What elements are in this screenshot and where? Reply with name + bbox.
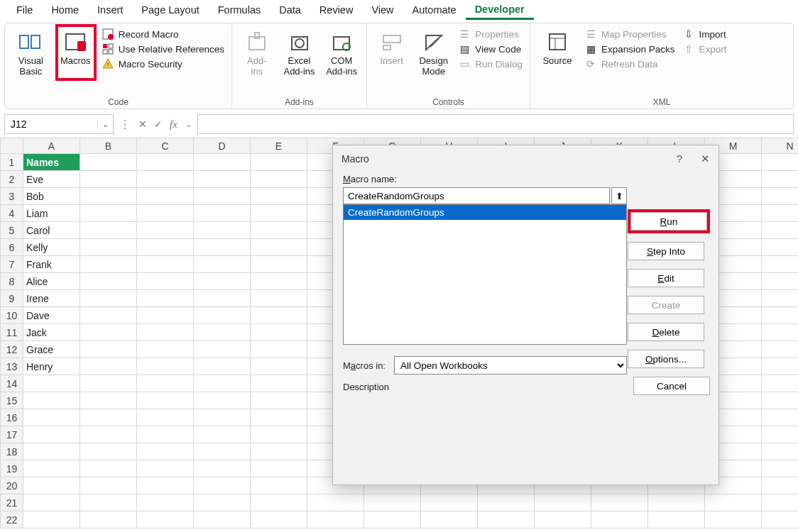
cell-C14[interactable] — [137, 375, 194, 392]
cell-I22[interactable] — [478, 511, 535, 528]
cell-D22[interactable] — [194, 511, 251, 528]
cell-D17[interactable] — [194, 426, 251, 443]
cell-A3[interactable]: Bob — [23, 188, 80, 205]
row-header-6[interactable]: 6 — [1, 239, 23, 256]
cell-B19[interactable] — [80, 460, 137, 477]
cell-G22[interactable] — [364, 511, 421, 528]
row-header-1[interactable]: 1 — [1, 154, 23, 171]
cell-L21[interactable] — [648, 494, 705, 511]
source-button[interactable]: Source — [537, 26, 577, 67]
cell-C22[interactable] — [137, 511, 194, 528]
cell-A22[interactable] — [23, 511, 80, 528]
cell-D4[interactable] — [194, 205, 251, 222]
edit-button[interactable]: Edit — [628, 269, 704, 287]
cell-N12[interactable] — [762, 341, 799, 358]
row-header-3[interactable]: 3 — [1, 188, 23, 205]
cell-N14[interactable] — [762, 375, 799, 392]
row-header-21[interactable]: 21 — [1, 494, 23, 511]
cell-D10[interactable] — [194, 307, 251, 324]
view-code-button[interactable]: ▤View Code — [458, 43, 523, 55]
menu-tab-file[interactable]: File — [7, 1, 42, 18]
cell-D12[interactable] — [194, 341, 251, 358]
cell-N20[interactable] — [762, 477, 799, 494]
cell-C4[interactable] — [137, 205, 194, 222]
cell-B15[interactable] — [80, 392, 137, 409]
cell-A18[interactable] — [23, 443, 80, 460]
cell-E20[interactable] — [251, 477, 307, 494]
cell-A11[interactable]: Jack — [23, 324, 80, 341]
cell-E11[interactable] — [251, 324, 307, 341]
visual-basic-button[interactable]: Visual Basic — [12, 26, 50, 77]
cell-N9[interactable] — [762, 290, 799, 307]
cell-D8[interactable] — [194, 273, 251, 290]
cell-A5[interactable]: Carol — [23, 222, 80, 239]
cell-C18[interactable] — [137, 443, 194, 460]
cell-C13[interactable] — [137, 358, 194, 375]
cell-A21[interactable] — [23, 494, 80, 511]
cell-C5[interactable] — [137, 222, 194, 239]
menu-tab-home[interactable]: Home — [42, 1, 88, 18]
cell-C2[interactable] — [137, 171, 194, 188]
row-header-10[interactable]: 10 — [1, 307, 23, 324]
cell-C7[interactable] — [137, 256, 194, 273]
cell-D1[interactable] — [194, 154, 251, 171]
cell-E19[interactable] — [251, 460, 307, 477]
cell-N13[interactable] — [762, 358, 799, 375]
row-header-8[interactable]: 8 — [1, 273, 23, 290]
cell-F22[interactable] — [307, 511, 364, 528]
cell-K22[interactable] — [591, 511, 648, 528]
cell-D14[interactable] — [194, 375, 251, 392]
import-button[interactable]: ⇩Import — [682, 28, 727, 40]
cell-C21[interactable] — [137, 494, 194, 511]
cell-N11[interactable] — [762, 324, 799, 341]
col-header-E[interactable]: E — [251, 138, 307, 154]
cell-D2[interactable] — [194, 171, 251, 188]
col-header-D[interactable]: D — [194, 138, 251, 154]
dialog-titlebar[interactable]: Macro ? ✕ — [333, 145, 718, 172]
cell-B20[interactable] — [80, 477, 137, 494]
cell-C11[interactable] — [137, 324, 194, 341]
row-header-17[interactable]: 17 — [1, 426, 23, 443]
cell-N15[interactable] — [762, 392, 799, 409]
cell-A19[interactable] — [23, 460, 80, 477]
cell-C17[interactable] — [137, 426, 194, 443]
cell-B6[interactable] — [80, 239, 137, 256]
row-header-9[interactable]: 9 — [1, 290, 23, 307]
cell-E17[interactable] — [251, 426, 307, 443]
cancel-formula-icon[interactable]: ✕ — [136, 118, 149, 130]
cell-C9[interactable] — [137, 290, 194, 307]
col-header-N[interactable]: N — [762, 138, 799, 154]
cell-L22[interactable] — [648, 511, 705, 528]
macro-security-button[interactable]: ! Macro Security — [102, 57, 224, 70]
cell-C15[interactable] — [137, 392, 194, 409]
cell-N8[interactable] — [762, 273, 799, 290]
cell-E9[interactable] — [251, 290, 307, 307]
name-box-dropdown[interactable]: ⌄ — [97, 120, 113, 129]
row-header-4[interactable]: 4 — [1, 205, 23, 222]
menu-tab-data[interactable]: Data — [270, 1, 310, 18]
record-macro-button[interactable]: Record Macro — [102, 28, 224, 40]
menu-tab-developer[interactable]: Developer — [466, 1, 534, 20]
export-button[interactable]: ⇧Export — [682, 43, 727, 55]
cell-A6[interactable]: Kelly — [23, 239, 80, 256]
cell-B18[interactable] — [80, 443, 137, 460]
cell-B7[interactable] — [80, 256, 137, 273]
insert-control-button[interactable]: Insert — [374, 26, 409, 67]
cell-A12[interactable]: Grace — [23, 341, 80, 358]
macro-list[interactable]: CreateRandomGroups — [343, 204, 627, 345]
cell-B11[interactable] — [80, 324, 137, 341]
cell-B12[interactable] — [80, 341, 137, 358]
range-picker-icon[interactable]: ⬆ — [611, 187, 627, 204]
cell-D18[interactable] — [194, 443, 251, 460]
cell-A10[interactable]: Dave — [23, 307, 80, 324]
cell-A7[interactable]: Frank — [23, 256, 80, 273]
create-button[interactable]: Create — [628, 296, 704, 314]
row-header-5[interactable]: 5 — [1, 222, 23, 239]
row-header-12[interactable]: 12 — [1, 341, 23, 358]
cell-B5[interactable] — [80, 222, 137, 239]
cell-N4[interactable] — [762, 205, 799, 222]
cell-N16[interactable] — [762, 409, 799, 426]
cell-C3[interactable] — [137, 188, 194, 205]
step-into-button[interactable]: Step Into — [628, 242, 704, 260]
menu-tab-insert[interactable]: Insert — [88, 1, 132, 18]
